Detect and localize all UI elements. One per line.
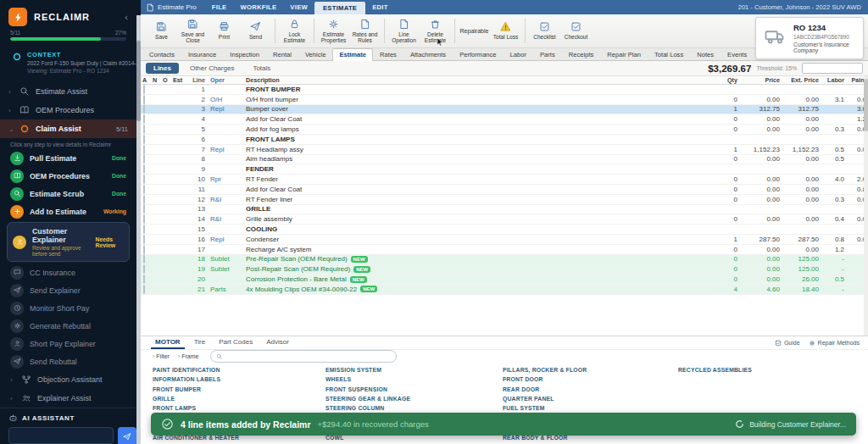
tab-inspection[interactable]: Inspection: [223, 48, 266, 60]
category-link-rear-body-floor[interactable]: REAR BODY & FLOOR: [503, 435, 678, 444]
row-checkbox[interactable]: [143, 245, 145, 254]
toolbar-send[interactable]: Send: [240, 14, 271, 47]
category-link-front-suspension[interactable]: FRONT SUSPENSION: [326, 386, 503, 396]
sidebar-section-claim-assist[interactable]: ›Claim Assist5/11: [0, 119, 136, 138]
toolbar-total-loss[interactable]: Total Loss: [490, 14, 521, 47]
row-checkbox[interactable]: [143, 85, 145, 94]
tab-performance[interactable]: Performance: [453, 48, 503, 60]
row-checkbox[interactable]: [143, 195, 145, 204]
tab-total-loss[interactable]: Total Loss: [648, 48, 690, 60]
step-generate-rebuttal[interactable]: Generate Rebuttal: [7, 317, 130, 335]
sidebar-collapse-icon[interactable]: ‹: [125, 12, 128, 22]
category-link-rear-door[interactable]: REAR DOOR: [503, 386, 678, 396]
category-link-emission-system[interactable]: EMISSION SYSTEM: [326, 367, 503, 376]
menu-item-file[interactable]: FILE: [205, 2, 234, 14]
category-link-wheels[interactable]: WHEELS: [326, 376, 503, 386]
toolbar-checkout[interactable]: Checkout: [560, 14, 592, 47]
category-link-cowl[interactable]: COWL: [326, 435, 503, 444]
category-link-quarter-panel[interactable]: QUARTER PANEL: [503, 396, 678, 405]
tab-receipts[interactable]: Receipts: [562, 48, 601, 60]
row-checkbox[interactable]: [143, 214, 145, 224]
parts-search-input[interactable]: [226, 352, 391, 361]
menu-item-edit[interactable]: EDIT: [365, 2, 395, 14]
table-row[interactable]: 1FRONT BUMPER: [141, 85, 868, 95]
table-row[interactable]: 6FRONT LAMPS: [141, 135, 868, 145]
row-checkbox[interactable]: [143, 135, 145, 144]
tab-contacts[interactable]: Contacts: [142, 48, 181, 60]
toolbar-line-operation[interactable]: Line Operation: [388, 14, 420, 47]
row-checkbox[interactable]: [143, 254, 145, 264]
tab-repair-plan[interactable]: Repair Plan: [600, 48, 648, 60]
database-tab-advisor[interactable]: Advisor: [262, 336, 293, 349]
tab-events[interactable]: Events: [721, 48, 754, 60]
database-tab-part-codes[interactable]: Part Codes: [214, 336, 257, 349]
toolbar-lock-estimate[interactable]: Lock Estimate: [279, 14, 310, 47]
row-checkbox[interactable]: [143, 175, 145, 184]
menu-item-view[interactable]: VIEW: [283, 2, 314, 14]
tab-parts[interactable]: Parts: [533, 48, 562, 60]
table-row[interactable]: 18SubletPre-Repair Scan (OEM Required)NE…: [141, 255, 868, 265]
row-checkbox[interactable]: [143, 185, 145, 194]
row-checkbox[interactable]: [143, 154, 145, 164]
toolbar-delete-estimate[interactable]: Delete Estimate: [420, 14, 451, 47]
table-row[interactable]: 12R&IRT Fender liner00.000.000.30.0: [141, 195, 868, 205]
table-row[interactable]: 20Corrosion Protection - Bare MetalNEW00…: [141, 275, 868, 285]
table-row[interactable]: 16ReplCondenser1287.50287.500.80.0: [141, 235, 868, 245]
sidebar-section-estimate-assist[interactable]: ›Estimate Assist: [0, 82, 136, 101]
row-checkbox[interactable]: [143, 104, 145, 114]
toolbar-repairable[interactable]: Repairable: [459, 14, 490, 47]
tab-insurance[interactable]: Insurance: [181, 48, 223, 60]
row-checkbox[interactable]: [143, 275, 145, 284]
table-row[interactable]: 21Parts4x Moulding Clips OEM #34-0090-22…: [141, 285, 868, 295]
table-row[interactable]: 2O/HO/H front bumper00.000.003.10.0: [141, 95, 868, 105]
tab-attachments[interactable]: Attachments: [403, 48, 453, 60]
tab-rental[interactable]: Rental: [266, 48, 298, 60]
table-row[interactable]: 10RprRT Fender00.000.004.02.0: [141, 175, 868, 185]
tab-estimate[interactable]: Estimate: [332, 48, 373, 61]
parts-search-box[interactable]: [210, 350, 397, 363]
toolbar-estimate-properties[interactable]: Estimate Properties: [318, 14, 349, 47]
row-checkbox[interactable]: [143, 225, 145, 234]
table-row[interactable]: 8Aim headlamps00.000.000.5: [141, 155, 868, 165]
table-row[interactable]: 3ReplBumper cover1312.75312.753.6: [141, 105, 868, 115]
tab-vehicle[interactable]: Vehicle: [298, 48, 333, 60]
row-checkbox[interactable]: [143, 95, 145, 104]
row-checkbox[interactable]: [143, 204, 145, 214]
category-link-paint-identification[interactable]: PAINT IDENTIFICATION: [153, 367, 326, 376]
table-row[interactable]: 11Add for Clear Coat00.000.000.8: [141, 185, 868, 195]
table-row[interactable]: 9FENDER: [141, 164, 868, 175]
filter-frame[interactable]: ›Frame: [178, 353, 199, 359]
tab-notes[interactable]: Notes: [690, 48, 721, 60]
step-oem-procedures[interactable]: OEM ProceduresDone: [7, 167, 130, 185]
filter-filter[interactable]: ›Filter: [153, 353, 170, 359]
table-scrollbar[interactable]: [864, 76, 868, 336]
category-link-grille[interactable]: GRILLE: [153, 396, 326, 405]
subtab-totals[interactable]: Totals: [245, 63, 278, 74]
ai-assistant-input[interactable]: [8, 427, 114, 444]
category-link-front-bumper[interactable]: FRONT BUMPER: [153, 386, 326, 396]
table-row[interactable]: 13GRILLE: [141, 205, 868, 215]
row-checkbox[interactable]: [143, 285, 145, 294]
sidebar-section-objection-assistant[interactable]: ›Objection Assistant: [0, 370, 136, 389]
step-cc-insurance[interactable]: CC Insurance: [7, 264, 130, 281]
row-checkbox[interactable]: [143, 235, 145, 244]
subtab-other-charges[interactable]: Other Charges: [182, 63, 242, 74]
category-link-recycled-assemblies[interactable]: RECYCLED ASSEMBLIES: [678, 367, 868, 376]
toolbar-save[interactable]: Save: [146, 14, 177, 47]
row-checkbox[interactable]: [143, 145, 145, 154]
table-row[interactable]: 17Recharge A/C system00.000.001.2: [141, 245, 868, 255]
toolbar-rates-and-rules[interactable]: Rates and Rules: [349, 14, 381, 47]
row-checkbox[interactable]: [143, 264, 145, 274]
toolbar-checklist[interactable]: Checklist: [529, 14, 560, 47]
table-row[interactable]: 15COOLING: [141, 225, 868, 235]
category-link-front-door[interactable]: FRONT DOOR: [503, 376, 678, 386]
sidebar-section-oem-procedures[interactable]: ›OEM Procedures: [0, 101, 136, 119]
database-tab-tire[interactable]: Tire: [190, 336, 209, 349]
category-link-information-labels[interactable]: INFORMATION LABELS: [153, 376, 326, 386]
row-checkbox[interactable]: [143, 114, 145, 124]
toolbar-save-and-close[interactable]: Save and Close: [177, 14, 209, 47]
menu-item-estimate[interactable]: ESTIMATE: [314, 2, 365, 14]
table-row[interactable]: 5Add for fog lamps00.000.000.30.0: [141, 125, 868, 135]
table-row[interactable]: 4Add for Clear Coat00.000.001.2: [141, 114, 868, 125]
step-send-explainer[interactable]: Send Explainer: [7, 281, 130, 299]
